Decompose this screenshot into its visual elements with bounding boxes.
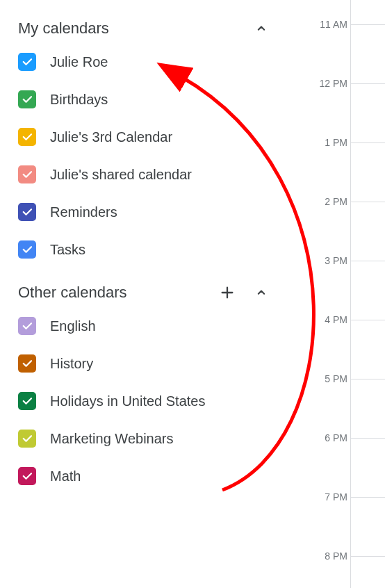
other-calendars-list: EnglishHistoryHolidays in United StatesM… bbox=[18, 317, 285, 485]
calendar-label: Tasks bbox=[50, 242, 85, 258]
time-label: 6 PM bbox=[325, 432, 347, 443]
my-calendar-item[interactable]: Julie's shared calendar bbox=[18, 165, 285, 183]
grid-vertical-line bbox=[350, 0, 351, 588]
calendar-label: Math bbox=[50, 468, 81, 484]
my-calendars-header[interactable]: My calendars bbox=[18, 19, 285, 38]
calendar-label: English bbox=[50, 318, 96, 334]
my-calendar-item[interactable]: Birthdays bbox=[18, 90, 285, 108]
my-calendar-item[interactable]: Julie's 3rd Calendar bbox=[18, 128, 285, 146]
calendar-sidebar: My calendars Julie RoeBirthdaysJulie's 3… bbox=[0, 0, 285, 505]
other-calendar-item[interactable]: History bbox=[18, 354, 285, 373]
grid-hour-line bbox=[350, 556, 385, 557]
grid-hour-line bbox=[350, 438, 385, 439]
calendar-checkbox[interactable] bbox=[18, 354, 36, 373]
chevron-up-icon[interactable] bbox=[254, 286, 268, 300]
calendar-checkbox[interactable] bbox=[18, 203, 36, 221]
calendar-label: Reminders bbox=[50, 204, 117, 220]
my-calendar-item[interactable]: Tasks bbox=[18, 240, 285, 259]
calendar-checkbox[interactable] bbox=[18, 53, 36, 71]
grid-hour-line bbox=[350, 320, 385, 320]
time-label: 7 PM bbox=[325, 491, 347, 503]
grid-hour-line bbox=[350, 497, 385, 498]
other-calendars-title: Other calendars bbox=[18, 284, 220, 302]
other-calendar-item[interactable]: English bbox=[18, 317, 285, 335]
time-label: 3 PM bbox=[325, 255, 347, 266]
calendar-checkbox[interactable] bbox=[18, 317, 36, 335]
time-label: 4 PM bbox=[325, 314, 347, 325]
calendar-label: History bbox=[50, 356, 93, 372]
time-label: 8 PM bbox=[325, 550, 347, 562]
calendar-checkbox[interactable] bbox=[18, 165, 36, 183]
other-calendar-item[interactable]: Math bbox=[18, 467, 285, 485]
calendar-checkbox[interactable] bbox=[18, 467, 36, 485]
day-grid[interactable] bbox=[350, 0, 385, 588]
calendar-checkbox[interactable] bbox=[18, 430, 36, 448]
grid-hour-line bbox=[350, 142, 385, 143]
calendar-label: Julie's 3rd Calendar bbox=[50, 129, 172, 145]
time-label: 2 PM bbox=[325, 196, 347, 207]
chevron-up-icon[interactable] bbox=[254, 22, 268, 35]
calendar-label: Birthdays bbox=[50, 92, 108, 108]
my-calendars-list: Julie RoeBirthdaysJulie's 3rd CalendarJu… bbox=[18, 53, 285, 259]
time-label: 12 PM bbox=[320, 78, 347, 89]
my-calendar-item[interactable]: Reminders bbox=[18, 203, 285, 221]
time-label: 1 PM bbox=[325, 137, 347, 148]
calendar-checkbox[interactable] bbox=[18, 392, 36, 410]
grid-hour-line bbox=[350, 202, 385, 202]
grid-hour-line bbox=[350, 261, 385, 261]
calendar-label: Julie's shared calendar bbox=[50, 167, 192, 183]
other-calendar-item[interactable]: Holidays in United States bbox=[18, 392, 285, 410]
calendar-label: Marketing Webinars bbox=[50, 431, 173, 447]
calendar-checkbox[interactable] bbox=[18, 90, 36, 108]
other-calendar-item[interactable]: Marketing Webinars bbox=[18, 430, 285, 448]
grid-hour-line bbox=[350, 379, 385, 379]
plus-icon[interactable] bbox=[220, 285, 235, 300]
grid-hour-line bbox=[350, 24, 385, 25]
my-calendars-title: My calendars bbox=[18, 19, 254, 38]
calendar-label: Holidays in United States bbox=[50, 393, 205, 409]
calendar-checkbox[interactable] bbox=[18, 240, 36, 259]
other-calendars-header[interactable]: Other calendars bbox=[18, 284, 285, 302]
calendar-label: Julie Roe bbox=[50, 54, 108, 70]
grid-hour-line bbox=[350, 83, 385, 84]
calendar-checkbox[interactable] bbox=[18, 128, 36, 146]
time-label: 5 PM bbox=[325, 373, 347, 384]
time-label: 11 AM bbox=[320, 19, 347, 30]
my-calendar-item[interactable]: Julie Roe bbox=[18, 53, 285, 71]
